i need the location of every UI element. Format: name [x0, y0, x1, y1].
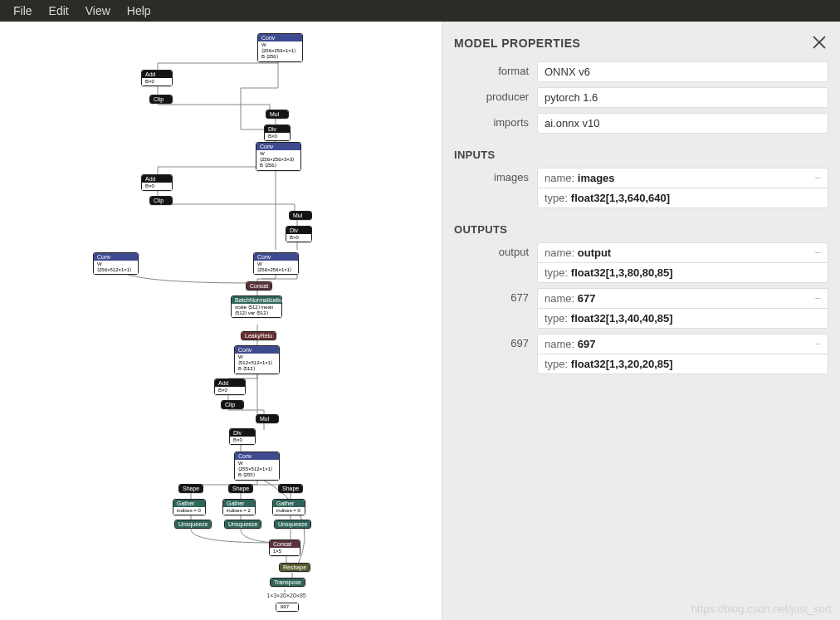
section-inputs: INPUTS [454, 149, 828, 161]
node-unsqueeze[interactable]: Unsqueeze [224, 520, 261, 529]
node-conv[interactable]: ConvW ⟨255×512×1×1⟩ B ⟨255⟩ [234, 452, 280, 481]
node-add[interactable]: AddB×0 [141, 70, 173, 86]
node-reshape[interactable]: Reshape [279, 563, 310, 572]
node-gather[interactable]: Gatherindices = 0 [173, 499, 206, 515]
output-type: type: float32[1,3,40,40,85] [537, 308, 828, 329]
node-conv[interactable]: ConvW ⟨256×256×1×1⟩ B ⟨256⟩ [257, 33, 303, 62]
node-conv[interactable]: ConvW ⟨256×512×1×1⟩ [93, 252, 139, 275]
menu-file[interactable]: File [5, 4, 41, 17]
node-mul[interactable]: Mul [266, 110, 289, 119]
output-name: name: 697− [537, 334, 828, 354]
output-type: type: float32[1,3,20,20,85] [537, 354, 828, 374]
node-clip[interactable]: Clip [149, 95, 173, 104]
model-properties-panel: MODEL PROPERTIES format ONNX v6 producer… [442, 22, 840, 620]
node-mul[interactable]: Mul [256, 414, 279, 423]
output-label: 697 [454, 334, 537, 374]
node-add[interactable]: AddB×0 [141, 174, 173, 191]
node-concat[interactable]: Concat1×5 [269, 539, 300, 556]
node-div[interactable]: DivB×0 [264, 124, 291, 141]
prop-value-producer: pytorch 1.6 [537, 87, 828, 108]
node-unsqueeze[interactable]: Unsqueeze [274, 520, 311, 529]
input-label: images [454, 168, 537, 208]
tensor-shape-label: 1×3×20×20×85 [261, 593, 311, 598]
node-add[interactable]: AddB×0 [214, 378, 246, 395]
node-gather[interactable]: Gatherindices = 0 [272, 499, 305, 515]
section-outputs: OUTPUTS [454, 223, 828, 236]
close-icon[interactable] [810, 33, 828, 51]
prop-label-producer: producer [454, 87, 537, 108]
output-name: name: 677− [537, 288, 828, 308]
output-type: type: float32[1,3,80,80,85] [537, 262, 828, 283]
node-clip[interactable]: Clip [221, 400, 244, 409]
menu-edit[interactable]: Edit [41, 4, 77, 17]
menu-view[interactable]: View [77, 4, 119, 17]
node-mul[interactable]: Mul [289, 211, 312, 220]
node-conv[interactable]: ConvW ⟨512×512×1×1⟩ B ⟨512⟩ [234, 345, 280, 374]
output-label: output [454, 242, 537, 283]
node-conv[interactable]: ConvW ⟨256×256×3×3⟩ B ⟨256⟩ [256, 142, 301, 171]
node-div[interactable]: DivB×0 [229, 428, 256, 445]
output-id-label: 697 [276, 603, 299, 612]
menu-help[interactable]: Help [119, 4, 159, 17]
node-shape[interactable]: Shape [228, 484, 253, 493]
node-concat[interactable]: Concat [246, 281, 272, 290]
node-conv[interactable]: ConvW ⟨256×256×1×1⟩ [253, 252, 299, 275]
menubar: File Edit View Help [0, 0, 840, 22]
panel-title: MODEL PROPERTIES [454, 37, 828, 50]
input-type: type: float32[1,3,640,640] [537, 188, 828, 208]
node-leakyrelu[interactable]: LeakyRelu [241, 331, 276, 340]
prop-label-imports: imports [454, 113, 537, 134]
prop-label-format: format [454, 61, 537, 82]
node-shape[interactable]: Shape [178, 484, 203, 493]
node-div[interactable]: DivB×0 [286, 226, 312, 242]
node-gather[interactable]: Gatherindices = 2 [222, 499, 256, 515]
node-unsqueeze[interactable]: Unsqueeze [174, 520, 212, 529]
prop-value-format: ONNX v6 [537, 61, 828, 82]
output-label: 677 [454, 288, 537, 329]
prop-value-imports: ai.onnx v10 [537, 113, 828, 134]
node-transpose[interactable]: Transpose [270, 578, 305, 587]
node-clip[interactable]: Clip [149, 196, 173, 205]
node-batchnorm[interactable]: BatchNormalizationscale ⟨512⟩ mean ⟨512⟩… [231, 295, 282, 318]
node-shape[interactable]: Shape [278, 484, 303, 493]
input-name: name: images− [537, 168, 828, 188]
output-name: name: output− [537, 242, 828, 262]
